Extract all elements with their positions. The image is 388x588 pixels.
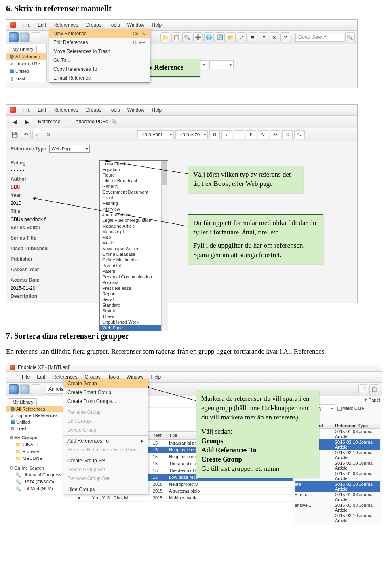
type-option[interactable]: Interview (100, 206, 168, 212)
menu-references[interactable]: References (50, 21, 81, 29)
menu-item[interactable]: Create Group Set (63, 456, 148, 465)
type-option[interactable]: Music (100, 240, 168, 246)
side-unfiled[interactable]: Unfiled (6, 67, 46, 75)
sidebar-tab[interactable]: My Library (9, 46, 37, 53)
sidebar-tab[interactable]: My Library (9, 398, 37, 406)
menu-groups[interactable]: Groups (82, 21, 104, 29)
undo-icon[interactable]: ↶ (21, 130, 31, 139)
size-combo[interactable]: Plain Size (175, 130, 208, 139)
type-option[interactable]: Manuscript (100, 229, 168, 234)
menu-window[interactable]: Window (124, 21, 148, 29)
type-option[interactable]: Serial (100, 297, 168, 302)
tb-icon[interactable]: 📋 (369, 384, 379, 394)
type-option[interactable]: Press Release (100, 285, 168, 291)
menu-item[interactable]: Hide Groups (63, 485, 148, 494)
quick-search-input[interactable]: Quick Search (295, 33, 344, 42)
type-option[interactable]: Figure (100, 172, 168, 178)
mi-copy-to[interactable]: Copy References To (49, 65, 150, 74)
p-button[interactable]: P (246, 130, 256, 139)
menu-edit[interactable]: Edit (34, 373, 48, 381)
side-imported[interactable]: ✓Imported Re (6, 60, 46, 67)
type-option[interactable]: Encyclopedia (100, 161, 168, 166)
menu-help[interactable]: Help (148, 21, 165, 29)
online-icon[interactable] (20, 384, 30, 394)
type-option[interactable]: Map (100, 234, 168, 240)
menu-groups[interactable]: Groups (82, 106, 104, 114)
field-value[interactable]: SBUs handbok f (11, 215, 59, 223)
menu-file[interactable]: File (19, 106, 34, 114)
field-value[interactable]: 2010 (11, 199, 59, 207)
sup-button[interactable]: A¹ (258, 130, 268, 139)
cancel-icon[interactable]: ✕ (44, 130, 53, 139)
checkbox-icon[interactable] (337, 407, 342, 411)
type-option[interactable]: Podcast (100, 280, 168, 285)
menu-edit[interactable]: Edit (34, 21, 49, 29)
table-row[interactable]: ●Yeo, Y. S.; Rho, M. H....2015Multiple o… (75, 495, 293, 502)
type-option[interactable]: Pamphlet (100, 263, 168, 268)
help-icon[interactable]: ? (280, 32, 290, 42)
check-icon[interactable]: ✓ (32, 130, 42, 139)
menu-references[interactable]: References (50, 106, 81, 114)
type-option[interactable]: Government Document (100, 189, 168, 195)
type-option[interactable]: Film or Broadcast (100, 178, 168, 183)
menu-item[interactable]: Create From Groups... (63, 397, 148, 406)
mi-goto[interactable]: Go To... (49, 56, 150, 65)
quote-icon[interactable]: ❝ (259, 32, 268, 42)
menu-file[interactable]: File (19, 21, 34, 29)
mi-edit-references[interactable]: Edit ReferencesCtrl+E (49, 38, 150, 47)
list-icon[interactable]: ≡ (248, 32, 257, 42)
menu-help[interactable]: Help (148, 373, 164, 381)
font-combo[interactable]: Plain Font (137, 130, 174, 139)
type-option[interactable]: Equation (100, 166, 168, 172)
clip-icon[interactable]: 📎 (111, 119, 117, 124)
menu-item[interactable]: Add References To▸ (63, 436, 148, 445)
back-icon[interactable]: ◀ (10, 117, 19, 126)
scrollbar-thumb[interactable] (162, 161, 167, 185)
mail-icon[interactable]: ✉ (270, 32, 279, 42)
mi-new-reference[interactable]: New ReferenceCtrl+N (49, 29, 150, 38)
type-option[interactable]: Magazine Article (100, 223, 168, 229)
type-option[interactable]: Journal Article (100, 212, 168, 217)
save-icon[interactable]: 💾 (10, 130, 19, 139)
mi-move-trash[interactable]: Move References to Trash (49, 47, 150, 56)
type-option[interactable]: Grant (100, 195, 168, 200)
type-option[interactable]: Legal Rule or Regulation (100, 217, 168, 223)
type-option[interactable]: Report (100, 291, 168, 297)
value-dropdown[interactable] (209, 60, 234, 69)
field-value[interactable]: 2015-01-20 (11, 284, 59, 292)
local-icon[interactable] (31, 384, 40, 394)
menu-help[interactable]: Help (148, 106, 165, 114)
type-option[interactable]: Web Page (100, 325, 168, 331)
field-value[interactable]: • • • • • (11, 167, 59, 175)
local-icon[interactable] (31, 32, 40, 42)
reftype-combo[interactable]: Web Page (49, 145, 90, 153)
sigma-button[interactable]: Σ (282, 130, 293, 139)
sync-icon[interactable]: 🔄 (215, 32, 225, 42)
search-go-icon[interactable]: 🔍 (345, 32, 355, 42)
type-option[interactable]: Online Database (100, 251, 168, 257)
case-button[interactable]: Aa (294, 130, 305, 139)
forward-icon[interactable]: ▶ (23, 117, 32, 126)
card-icon[interactable]: 📋 (171, 32, 181, 42)
col-year[interactable]: Year (150, 432, 167, 439)
underline-button[interactable]: U (234, 130, 244, 139)
type-option[interactable]: Hearing (100, 200, 168, 206)
folder-icon[interactable]: 📁 (160, 32, 170, 42)
side-all-references[interactable]: All Referenc (6, 53, 46, 60)
globe-icon[interactable] (9, 384, 19, 394)
italic-button[interactable]: I (221, 130, 232, 139)
type-option[interactable]: Personal Communication (100, 274, 168, 280)
type-option[interactable]: Newspaper Article (100, 246, 168, 251)
type-option[interactable]: Online Multimedia (100, 257, 168, 263)
menu-edit[interactable]: Edit (34, 106, 49, 114)
bold-button[interactable]: B (209, 130, 220, 139)
reftype-dropdown-list[interactable]: EncyclopediaEquationFigureFilm or Broadc… (99, 160, 168, 331)
globe-icon[interactable] (9, 32, 19, 42)
mi-email[interactable]: E-mail Reference (49, 74, 150, 82)
field-value[interactable]: SBU, (11, 183, 59, 191)
type-option[interactable]: Generic (100, 183, 168, 189)
search-icon[interactable]: 🔍 (182, 32, 192, 42)
menu-tools[interactable]: Tools (105, 106, 123, 114)
side-trash[interactable]: 🗑Trash (6, 75, 46, 82)
type-option[interactable]: Patent (100, 268, 168, 274)
